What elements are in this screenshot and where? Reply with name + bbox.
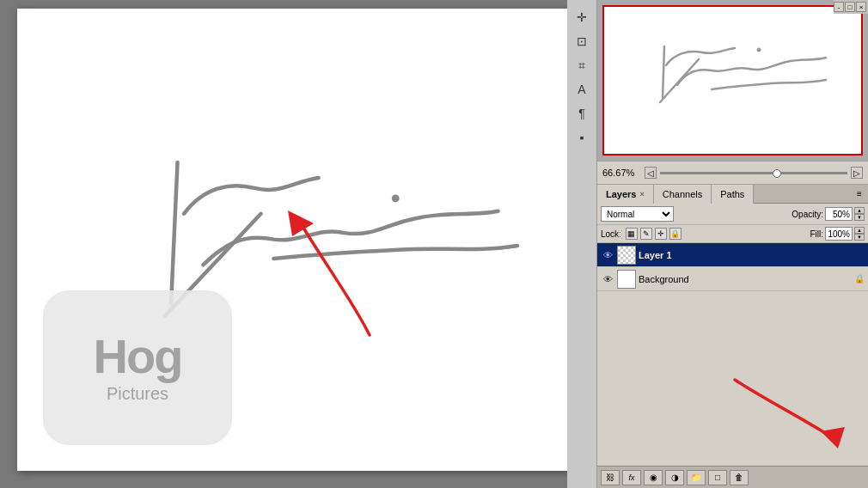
right-panel: 66.67% ◁ ▷ Layers × Channels (597, 0, 868, 488)
lock-paint-btn[interactable]: ✎ (640, 228, 652, 240)
logo-hog-text: Hog (94, 332, 182, 381)
lasso-tool-icon[interactable]: ⊡ (572, 31, 592, 52)
lock-position-btn[interactable]: ✛ (655, 228, 667, 240)
new-layer-btn[interactable]: □ (708, 470, 727, 485)
zoom-slider-container (660, 172, 847, 174)
minimize-btn[interactable]: - (834, 2, 844, 12)
window-controls: - □ × (834, 0, 868, 14)
red-arrow-layers (718, 363, 855, 457)
layer-thumb-background (617, 270, 636, 289)
lock-transparency-btn[interactable]: ▦ (626, 228, 638, 240)
fill-down[interactable]: ▼ (854, 234, 865, 241)
main-layout: Hog Pictures ✛ ⊡ ⌗ A ¶ ▪ (0, 0, 868, 488)
layer-name-background: Background (639, 274, 852, 284)
logo-pictures-text: Pictures (107, 384, 168, 404)
background-lock-icon: 🔒 (854, 274, 865, 284)
new-adjustment-btn[interactable]: ◑ (665, 470, 684, 485)
opacity-up[interactable]: ▲ (854, 207, 865, 214)
panel-tabs: Layers × Channels Paths ≡ (597, 185, 868, 204)
layers-bottom-bar: ⛓ fx ◉ ◑ 📁 □ 🗑 (597, 466, 868, 488)
zoom-out-btn[interactable]: ◁ (645, 167, 657, 179)
layers-panel: Layers × Channels Paths ≡ Normal Dissolv… (597, 185, 868, 488)
lock-fill-row: Lock: ▦ ✎ ✛ 🔒 Fill: ▲ ▼ (597, 225, 868, 243)
paragraph-tool-icon[interactable]: ¶ (572, 103, 592, 124)
svg-point-6 (756, 47, 761, 52)
red-arrow-canvas (266, 163, 404, 352)
lock-label: Lock: (601, 229, 621, 239)
tab-layers[interactable]: Layers × (597, 185, 654, 204)
opacity-arrows: ▲ ▼ (854, 207, 865, 221)
zoom-slider[interactable] (660, 172, 847, 174)
preview-signature (630, 12, 836, 149)
svg-line-0 (171, 162, 177, 303)
delete-layer-btn[interactable]: 🗑 (730, 470, 749, 485)
add-style-btn[interactable]: fx (622, 470, 641, 485)
zoom-in-btn[interactable]: ▷ (851, 167, 863, 179)
tab-layers-close[interactable]: × (639, 190, 644, 198)
fill-label: Fill: (810, 229, 823, 239)
blend-opacity-controls: Normal Dissolve Multiply Screen Overlay … (597, 204, 868, 225)
lock-all-btn[interactable]: 🔒 (669, 228, 682, 240)
svg-marker-7 (821, 427, 845, 448)
tab-channels[interactable]: Channels (654, 185, 712, 204)
add-mask-btn[interactable]: ◉ (644, 470, 663, 485)
new-group-btn[interactable]: 📁 (687, 470, 706, 485)
layer-row-background[interactable]: 👁 Background 🔒 (597, 267, 868, 291)
crop-tool-icon[interactable]: ⌗ (572, 55, 592, 76)
type-tool-icon[interactable]: A (572, 79, 592, 100)
fill-control: Fill: ▲ ▼ (810, 227, 865, 241)
layers-list: 👁 Layer 1 👁 Background 🔒 (597, 243, 868, 355)
layer-row-layer1[interactable]: 👁 Layer 1 (597, 243, 868, 267)
panel-menu-btn[interactable]: ≡ (853, 187, 866, 201)
preview-box (602, 5, 863, 156)
layer-thumb-layer1 (617, 246, 636, 265)
opacity-down[interactable]: ▼ (854, 214, 865, 221)
logo-area: Hog Pictures (43, 290, 232, 445)
zoom-thumb (773, 169, 781, 178)
maximize-btn[interactable]: □ (845, 2, 855, 12)
slice-tool-icon[interactable]: ▪ (572, 127, 592, 148)
opacity-label: Opacity: (792, 210, 823, 219)
preview-area (597, 0, 868, 161)
opacity-control: Opacity: ▲ ▼ (792, 207, 865, 221)
fill-input[interactable] (825, 227, 853, 241)
svg-marker-3 (288, 210, 314, 236)
zoom-bar: 66.67% ◁ ▷ (597, 161, 868, 185)
toolbar-strip: ✛ ⊡ ⌗ A ¶ ▪ (567, 0, 597, 488)
fill-up[interactable]: ▲ (854, 227, 865, 234)
layer-name-layer1: Layer 1 (639, 250, 865, 260)
layers-empty-area (597, 355, 868, 467)
tab-paths[interactable]: Paths (712, 185, 754, 204)
opacity-input[interactable] (825, 207, 853, 221)
link-layers-btn[interactable]: ⛓ (601, 470, 620, 485)
zoom-percent: 66.67% (602, 168, 641, 178)
fill-arrows: ▲ ▼ (854, 227, 865, 241)
layer-eye-background[interactable]: 👁 (601, 272, 614, 286)
svg-line-4 (663, 46, 664, 98)
blend-mode-select[interactable]: Normal Dissolve Multiply Screen Overlay (601, 206, 674, 222)
layer-eye-layer1[interactable]: 👁 (601, 248, 614, 262)
move-tool-icon[interactable]: ✛ (572, 7, 592, 27)
close-btn[interactable]: × (856, 2, 866, 12)
